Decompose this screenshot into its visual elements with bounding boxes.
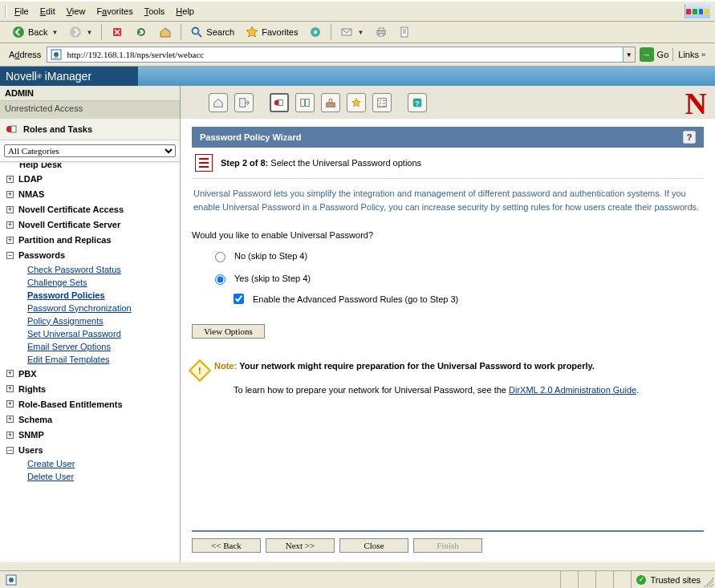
sidebar-item[interactable]: −Passwords <box>0 247 180 262</box>
sidebar-subitem: Delete User <box>0 470 180 483</box>
sidebar-item-label: Novell Certificate Access <box>18 205 124 214</box>
windows-flag-icon <box>685 4 710 18</box>
roles-icon <box>6 123 18 136</box>
sidebar-link[interactable]: Delete User <box>27 472 74 481</box>
sidebar-link[interactable]: Email Server Options <box>27 342 111 351</box>
menu-favorites[interactable]: Favorites <box>91 5 138 18</box>
sidebar-link[interactable]: Set Universal Password <box>27 329 121 339</box>
option-no[interactable]: No (skip to Step 4) <box>211 249 704 262</box>
expand-icon[interactable]: + <box>6 191 14 198</box>
svg-rect-15 <box>278 99 282 105</box>
links-button[interactable]: Links » <box>672 48 710 61</box>
sidebar-link[interactable]: Check Password Status <box>27 265 121 274</box>
back-button[interactable]: Back ▼ <box>8 24 62 40</box>
toolbar-favorites-icon[interactable] <box>347 93 366 112</box>
menu-file[interactable]: File <box>9 5 35 18</box>
svg-rect-19 <box>329 99 332 102</box>
wizard-help-button[interactable]: ? <box>683 131 696 144</box>
sidebar-item[interactable]: +Role-Based Entitlements <box>0 396 180 412</box>
search-button[interactable]: Search <box>186 24 238 40</box>
sidebar-item[interactable]: +SNMP <box>0 427 180 442</box>
sidebar-item[interactable]: +Novell Certificate Access <box>0 201 180 217</box>
menu-view[interactable]: View <box>61 5 91 18</box>
svg-text:?: ? <box>415 98 420 107</box>
sidebar-link[interactable]: Policy Assignments <box>27 316 104 326</box>
stop-button[interactable] <box>107 24 128 40</box>
sidebar-item[interactable]: +LDAP <box>0 171 180 186</box>
mail-button[interactable]: ▼ <box>336 24 368 40</box>
menu-edit[interactable]: Edit <box>35 5 61 18</box>
option-advanced[interactable]: Enable the Advanced Password Rules (go t… <box>230 291 704 306</box>
expand-icon[interactable]: + <box>6 370 14 377</box>
chevron-down-icon: ▼ <box>357 29 364 36</box>
expand-icon[interactable]: + <box>6 416 14 423</box>
sidebar-item[interactable]: +Partition and Replicas <box>0 232 180 247</box>
ie-toolbar: Back ▼ ▼ Search Favorites <box>0 22 715 43</box>
favorites-button[interactable]: Favorites <box>242 24 302 40</box>
finish-button[interactable]: Finish <box>413 538 482 553</box>
svg-rect-18 <box>327 103 335 107</box>
media-button[interactable] <box>305 24 326 40</box>
toolbar-tasks-icon[interactable] <box>372 93 392 112</box>
edit-button[interactable] <box>395 24 416 40</box>
sidebar-link[interactable]: Challenge Sets <box>27 278 87 287</box>
print-button[interactable] <box>371 24 392 40</box>
expand-icon[interactable]: + <box>6 206 14 213</box>
sidebar-link[interactable]: Password Policies <box>27 290 105 300</box>
dirxml-guide-link[interactable]: DirXML 2.0 Administration Guide <box>509 385 636 395</box>
go-button[interactable]: → Go <box>640 47 669 62</box>
toolbar-view-icon[interactable] <box>295 93 315 112</box>
user-access: Unrestricted Access <box>0 101 180 116</box>
expand-icon[interactable]: + <box>6 221 14 229</box>
sidebar-item-cut: Help Desk <box>0 163 180 171</box>
wizard-button-bar: << Back Next >> Close Finish <box>192 530 704 553</box>
sidebar-link[interactable]: Password Synchronization <box>27 303 132 313</box>
checkbox-advanced[interactable] <box>234 294 244 304</box>
sidebar-link[interactable]: Create User <box>27 459 75 468</box>
sidebar-item[interactable]: +NMAS <box>0 186 180 201</box>
close-button[interactable]: Close <box>339 538 408 553</box>
ie-menubar: File Edit View Favorites Tools Help <box>0 0 715 22</box>
sidebar-item[interactable]: −Users <box>0 442 180 457</box>
sidebar-subitem: Policy Assignments <box>0 314 180 327</box>
toolbar-home-icon[interactable] <box>209 93 228 112</box>
expand-icon[interactable]: + <box>6 385 14 392</box>
sidebar-tree[interactable]: Help Desk+LDAP+NMAS+Novell Certificate A… <box>0 162 180 562</box>
sidebar-subitem: Check Password Status <box>0 263 180 276</box>
toolbar-exit-icon[interactable] <box>234 93 254 112</box>
sidebar-link[interactable]: Edit Email Templates <box>27 355 110 364</box>
resize-grip[interactable] <box>704 578 713 587</box>
next-button[interactable]: Next >> <box>266 538 335 553</box>
radio-yes[interactable] <box>215 274 225 285</box>
sidebar-item[interactable]: +Rights <box>0 381 180 396</box>
expand-icon[interactable]: + <box>6 400 14 408</box>
sidebar-item[interactable]: +PBX <box>0 366 180 381</box>
menu-help[interactable]: Help <box>170 5 200 18</box>
expand-icon[interactable]: + <box>6 176 14 183</box>
forward-button[interactable]: ▼ <box>65 24 96 40</box>
option-yes[interactable]: Yes (skip to Step 4) <box>211 272 704 285</box>
wizard-step-bar: Step 2 of 8: Select the Universal Passwo… <box>192 148 704 179</box>
collapse-icon[interactable]: − <box>6 252 14 259</box>
sidebar-item[interactable]: +Novell Certificate Server <box>0 217 180 232</box>
address-field[interactable] <box>65 48 622 61</box>
go-icon: → <box>640 47 654 62</box>
address-dropdown-button[interactable]: ▼ <box>623 47 635 62</box>
toolbar-configure-icon[interactable] <box>321 93 340 112</box>
home-button[interactable] <box>155 24 176 40</box>
toolbar-help-icon[interactable]: ? <box>408 93 427 112</box>
back-button[interactable]: << Back <box>192 538 261 553</box>
refresh-button[interactable] <box>131 24 152 40</box>
toolbar-roles-icon[interactable] <box>270 93 289 112</box>
sidebar-item[interactable]: +Schema <box>0 412 180 427</box>
view-options-button[interactable]: View Options <box>192 324 265 339</box>
expand-icon[interactable]: + <box>6 237 14 244</box>
sidebar-subitem: Challenge Sets <box>0 276 180 289</box>
expand-icon[interactable]: + <box>6 432 14 439</box>
collapse-icon[interactable]: − <box>6 447 14 454</box>
menu-tools[interactable]: Tools <box>139 5 171 18</box>
address-bar: Address ▼ → Go Links » <box>0 43 715 67</box>
radio-no[interactable] <box>215 252 225 262</box>
category-select[interactable]: All Categories <box>4 144 176 157</box>
sidebar-item-label: LDAP <box>18 174 43 184</box>
